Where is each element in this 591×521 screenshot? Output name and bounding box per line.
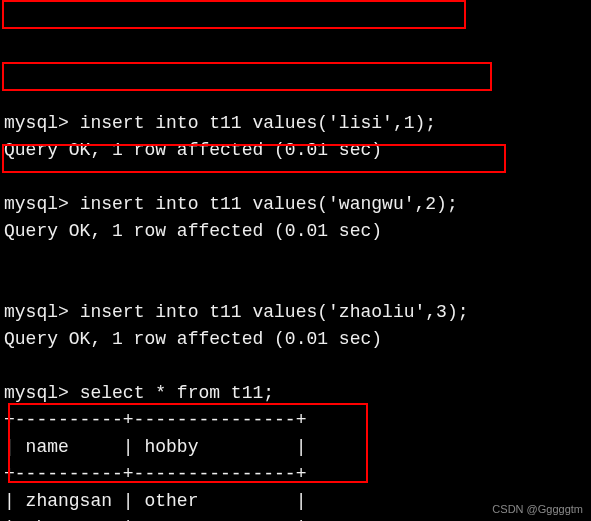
sql-statement: insert into t11 values('wangwu',2); [80, 194, 458, 214]
highlight-box [2, 62, 492, 91]
prompt: mysql> [4, 302, 69, 322]
prompt: mysql> [4, 383, 69, 403]
prompt: mysql> [4, 113, 69, 133]
highlight-box [2, 0, 466, 29]
table-header: | name | hobby | [4, 437, 306, 457]
query-result: Query OK, 1 row affected (0.01 sec) [4, 221, 382, 241]
table-divider: +----------+---------------+ [4, 464, 306, 484]
sql-statement: insert into t11 values('lisi',1); [80, 113, 436, 133]
terminal-output: mysql> insert into t11 values('lisi',1);… [0, 108, 591, 521]
query-result: Query OK, 1 row affected (0.01 sec) [4, 329, 382, 349]
prompt: mysql> [4, 194, 69, 214]
query-result: Query OK, 1 row affected (0.01 sec) [4, 140, 382, 160]
watermark: CSDN @Gggggtm [492, 501, 583, 518]
sql-statement: select * from t11; [80, 383, 274, 403]
sql-statement: insert into t11 values('zhaoliu',3); [80, 302, 469, 322]
table-row: | zhangsan | other | [4, 491, 306, 511]
table-divider: +----------+---------------+ [4, 410, 306, 430]
